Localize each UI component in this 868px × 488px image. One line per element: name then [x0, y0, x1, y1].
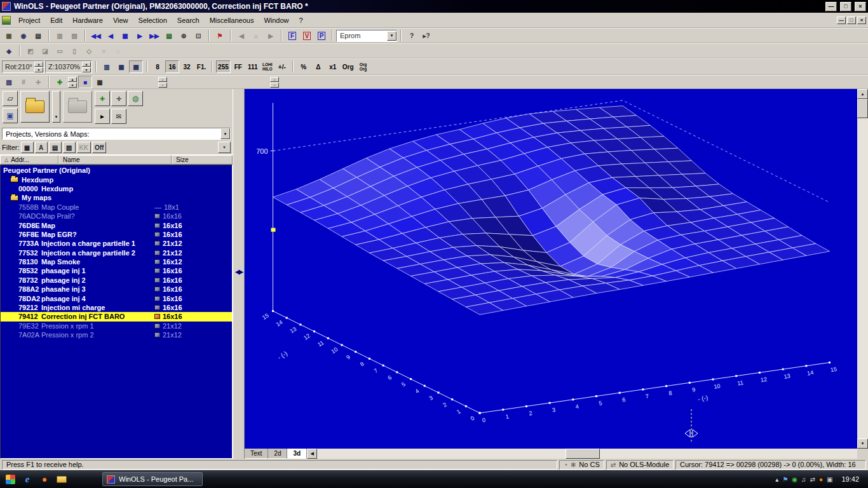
mdi-minimize-button[interactable]: —	[837, 17, 846, 24]
oscilloscope-icon[interactable]: ◈	[2, 44, 16, 57]
paste-icon[interactable]: ▧	[67, 29, 81, 42]
menu-window[interactable]: Window	[259, 14, 294, 27]
map-row-78732[interactable]: 78732phasage inj 216x16	[1, 276, 232, 285]
surface-plot[interactable]: 7000123456789101112131415012345678910111…	[245, 89, 857, 449]
zoom-selection-icon[interactable]: ⊡	[191, 29, 205, 42]
bits-16-icon[interactable]: 16	[165, 60, 179, 73]
factor-icon[interactable]: x1	[326, 60, 340, 73]
tab-2d[interactable]: 2d	[268, 449, 287, 459]
map-row-00000[interactable]: 00000Hexdump	[1, 184, 232, 193]
map-row-7733A[interactable]: 7733AInjection a charge partielle 121x12	[1, 239, 232, 248]
column-header-name[interactable]: Name	[58, 155, 172, 165]
zoom-spinner[interactable]: Z:10370%▲▼	[45, 60, 92, 73]
map-row-788A2[interactable]: 788A2phasahe inj 316x16	[1, 285, 232, 294]
open-project-button[interactable]	[20, 91, 50, 123]
column-header-size[interactable]: Size	[172, 155, 233, 165]
filter-az-icon[interactable]: A	[35, 142, 48, 153]
eprom-combo-arrow-icon[interactable]: ▼	[387, 31, 397, 41]
tab-text[interactable]: Text	[245, 449, 268, 459]
tray-update-icon[interactable]: ●	[819, 476, 823, 483]
firefox-launcher[interactable]: ●	[38, 473, 51, 485]
print-icon[interactable]: ▤	[31, 29, 45, 42]
binary-display-icon[interactable]: 111	[246, 60, 260, 73]
edit-cell-icon[interactable]: ▭	[53, 44, 67, 57]
map-row-76ADC[interactable]: 76ADCMap Prail?16x16	[1, 212, 232, 220]
view-2d-icon[interactable]: ▦	[114, 60, 128, 73]
map-row-79412[interactable]: 79412Correction inj FCT BARO16x16	[1, 312, 232, 321]
pane-splitter[interactable]: ◀▶	[233, 89, 245, 459]
first-map-icon[interactable]: ◀◀	[89, 29, 103, 42]
bits-32-icon[interactable]: 32	[180, 60, 194, 73]
original-icon[interactable]: Org	[341, 60, 356, 73]
menu-search[interactable]: Search	[172, 14, 205, 27]
scroll-down-icon[interactable]: ▼	[857, 438, 868, 449]
column-spinner[interactable]: ▲▼	[68, 77, 77, 88]
checkered-flag-icon[interactable]: ⚑	[213, 29, 227, 42]
copy-icon[interactable]: ▥	[53, 29, 67, 42]
tray-flag-icon[interactable]: ⚑	[782, 476, 788, 483]
last-map-icon[interactable]: ▶▶	[147, 29, 161, 42]
filter-kk-button[interactable]: KK	[77, 142, 91, 153]
zoom-spinner-arrows[interactable]: ▲▼	[82, 62, 91, 72]
filter-maps-icon[interactable]: ▦	[21, 142, 34, 153]
filter-dropdown-button[interactable]: ▼	[218, 142, 231, 153]
fixed-view-icon[interactable]: F	[285, 29, 299, 42]
prev-map-icon[interactable]: ◀	[104, 29, 118, 42]
link-icon[interactable]: ◇	[82, 44, 96, 57]
add-map-button[interactable]: ✚	[95, 91, 110, 106]
column-header-addr[interactable]: △ Addr...	[0, 155, 58, 165]
back-icon[interactable]: ◀	[234, 29, 248, 42]
online-button[interactable]: ◍	[128, 91, 143, 106]
filter-selection-icon[interactable]: ▨	[63, 142, 76, 153]
splitter-grip-icon[interactable]: ◀▶	[233, 268, 244, 275]
open-project-dropdown[interactable]: ▾	[52, 91, 60, 123]
tray-network-icon[interactable]: ⇄	[810, 476, 815, 483]
start-button[interactable]	[4, 473, 17, 485]
crosshair-button[interactable]: ✛	[111, 91, 126, 106]
map-table-icon[interactable]: ▦	[118, 29, 132, 42]
decimal-display-icon[interactable]: 255	[216, 60, 231, 73]
tray-app-icon[interactable]: ▣	[827, 476, 832, 483]
horizontal-scrollbar[interactable]	[317, 449, 857, 459]
percent-view-icon[interactable]: P	[315, 29, 329, 42]
rotation-spinner-arrows[interactable]: ▲▼	[34, 62, 43, 72]
menu-hardware[interactable]: Hardware	[67, 14, 108, 27]
map-row-78130[interactable]: 78130Map Smoke16x12	[1, 257, 232, 266]
vertical-scroll-thumb[interactable]	[857, 99, 868, 118]
explorer-launcher[interactable]	[55, 473, 68, 485]
undo-icon[interactable]: ◩	[24, 44, 37, 57]
insert-cell-icon[interactable]: ▯	[67, 44, 81, 57]
save-version-button[interactable]: ▣	[3, 108, 18, 123]
byte-order-icon[interactable]: LOHI HILO	[261, 60, 275, 73]
mail-button[interactable]: ✉	[111, 109, 126, 124]
percent-icon[interactable]: %	[297, 60, 311, 73]
project-row[interactable]: Peugeot Partner (Original)	[1, 166, 232, 175]
bits-8-icon[interactable]: 8	[151, 60, 165, 73]
scroll-up-icon[interactable]: ▲	[857, 89, 868, 99]
vertical-scroll-track[interactable]	[857, 118, 868, 438]
map-row-77532[interactable]: 77532Injection a charge partielle 221x12	[1, 248, 232, 257]
map-row-79212[interactable]: 79212Injection mi charge16x16	[1, 303, 232, 312]
hex-display-icon[interactable]: FF	[231, 60, 245, 73]
tab-scroll-left-icon[interactable]: ◀	[307, 449, 317, 459]
menu-selection[interactable]: Selection	[133, 14, 172, 27]
insert-map-icon[interactable]: ✚	[53, 76, 67, 88]
next-map-icon[interactable]: ▶	[133, 29, 147, 42]
grid-icon[interactable]: ▦	[93, 76, 107, 88]
folder-row-hexdump[interactable]: Hexdump	[1, 175, 232, 184]
depth-spinner[interactable]: ▲▼	[270, 77, 279, 88]
filter-folders-icon[interactable]: ▤	[49, 142, 62, 153]
projects-versions-combo[interactable]: Projects, Versions & Maps: ▼	[2, 128, 231, 140]
map-row-79E32[interactable]: 79E32Pression x rpm 121x12	[1, 322, 232, 330]
tray-chevron-icon[interactable]: ▴	[775, 476, 778, 483]
filter-off-button[interactable]: Off	[92, 142, 106, 153]
map-list-icon[interactable]: ▤	[162, 29, 176, 42]
menu-edit[interactable]: Edit	[45, 14, 67, 27]
map-row-7558B[interactable]: 7558BMap Couple—18x1	[1, 203, 232, 212]
zoom-in-icon[interactable]: ⊕	[177, 29, 191, 42]
map-row-7A02A[interactable]: 7A02APression x rpm 221x12	[1, 330, 232, 339]
view-text-icon[interactable]: ▥	[100, 60, 114, 73]
restore-button[interactable]: □	[840, 2, 851, 11]
grab-icon[interactable]: ◌	[111, 44, 125, 57]
up-icon[interactable]: ⌂	[249, 29, 263, 42]
